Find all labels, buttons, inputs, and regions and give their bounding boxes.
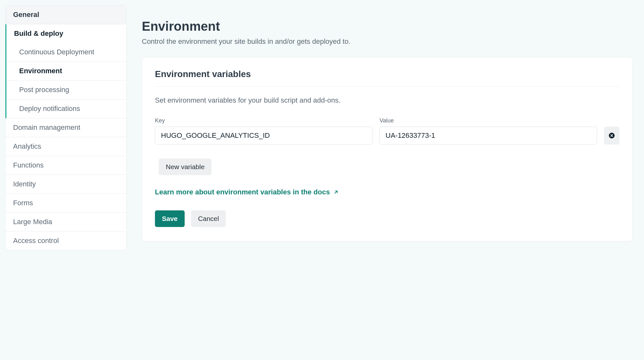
new-variable-button[interactable]: New variable [159,159,211,175]
env-value-input[interactable] [379,127,597,145]
env-variables-card: Environment variables Set environment va… [142,57,632,241]
sidebar-item-general[interactable]: General [5,5,126,24]
cancel-button[interactable]: Cancel [191,210,226,227]
sidebar-sub-post-processing[interactable]: Post processing [6,81,126,99]
page-title: Environment [142,19,632,34]
settings-sidebar: General Build & deploy Continuous Deploy… [5,5,126,250]
main-content: Environment Control the environment your… [142,5,639,250]
env-key-input[interactable] [155,127,372,145]
sidebar-item-large-media[interactable]: Large Media [5,213,126,231]
sidebar-sub-environment[interactable]: Environment [6,62,126,81]
sidebar-item-build-deploy[interactable]: Build & deploy Continuous Deployment Env… [5,24,126,118]
delete-var-button[interactable] [604,127,619,145]
sidebar-item-analytics[interactable]: Analytics [5,137,126,156]
sidebar-item-identity[interactable]: Identity [5,175,126,194]
learn-more-link[interactable]: Learn more about environment variables i… [155,188,339,196]
x-circle-icon [609,132,615,139]
sidebar-item-functions[interactable]: Functions [5,156,126,175]
env-value-label: Value [379,117,597,124]
learn-more-label: Learn more about environment variables i… [155,188,330,196]
card-description: Set environment variables for your build… [155,96,619,105]
save-button[interactable]: Save [155,210,185,227]
env-key-field: Key [155,117,372,145]
sidebar-item-forms[interactable]: Forms [5,194,126,213]
env-var-row: Key Value [155,117,619,145]
sidebar-item-domain-management[interactable]: Domain management [5,118,126,137]
page-subtitle: Control the environment your site builds… [142,37,632,46]
sidebar-item-access-control[interactable]: Access control [5,231,126,250]
env-value-field: Value [379,117,597,145]
card-title: Environment variables [155,69,619,87]
env-key-label: Key [155,117,372,124]
sidebar-sub-deploy-notifications[interactable]: Deploy notifications [6,99,126,118]
external-link-icon [333,189,339,195]
sidebar-sub-continuous-deployment[interactable]: Continuous Deployment [6,43,126,62]
